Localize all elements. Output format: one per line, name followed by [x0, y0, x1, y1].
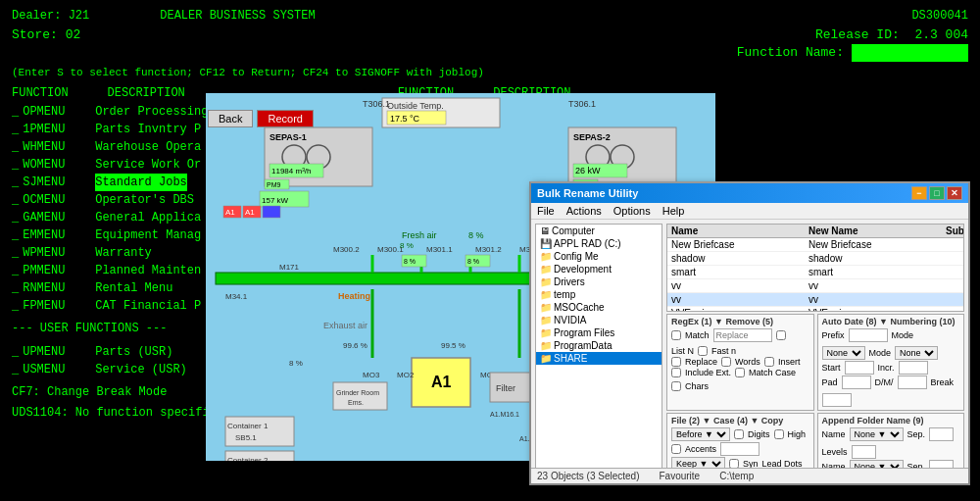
system-name: DEALER BUSINESS SYSTEM: [160, 9, 315, 23]
fastn-label: Fast n: [711, 346, 736, 356]
file-tree[interactable]: 🖥 Computer 💾 APPL RAD (C:) 📁 Config Me 📁…: [535, 224, 662, 471]
menu-item-pmmenu[interactable]: _ PMMENU Planned Mainten: [12, 262, 227, 279]
svg-text:PM9: PM9: [267, 181, 281, 188]
break-label: Break: [931, 377, 955, 387]
svg-text:T306.1: T306.1: [568, 99, 596, 109]
start-field[interactable]: [845, 361, 874, 375]
pad-field[interactable]: [842, 376, 871, 389]
file-sub: [946, 267, 964, 277]
prefix-field[interactable]: [849, 328, 888, 342]
menu-item-ocmenu[interactable]: _ OCMENU Operator's DBS: [12, 191, 227, 209]
sep-field[interactable]: [929, 427, 954, 441]
chars-label: Chars: [685, 381, 709, 391]
tree-temp[interactable]: 📁 temp: [536, 288, 662, 301]
menu-options[interactable]: Options: [613, 205, 651, 217]
include-ext-checkbox[interactable]: [671, 368, 681, 377]
high-checkbox[interactable]: [774, 429, 784, 439]
tree-programdata[interactable]: 📁 ProgramData: [536, 339, 662, 352]
file-row-smart[interactable]: smart smart File Folder 20/08: [667, 266, 963, 279]
file-list[interactable]: Name New Name Sub Type Size Create New B…: [666, 224, 964, 312]
menu-item-sjmenu[interactable]: _ SJMENU Standard Jobs: [12, 174, 227, 191]
record-button[interactable]: Record: [257, 110, 313, 127]
svg-text:A1: A1: [225, 208, 235, 217]
file-newname: vv: [808, 280, 946, 291]
auto-date-title: Auto Date (8) ▼ Numbering (10): [822, 317, 960, 326]
before-select[interactable]: Before ▼: [671, 427, 730, 441]
col1-func-header: FUNCTION: [12, 85, 69, 102]
file-row-vv2[interactable]: vv vv File Folder 8/07: [667, 293, 963, 307]
tree-development[interactable]: 📁 Development: [536, 263, 662, 276]
append-folder-title: Append Folder Name (9): [822, 416, 960, 426]
dm-field[interactable]: [898, 376, 927, 389]
tree-programfiles[interactable]: 📁 Program Files: [536, 326, 662, 339]
file-row-vv1[interactable]: vv vv DM/ 19/02: [667, 279, 963, 293]
replace-field[interactable]: [713, 328, 772, 342]
function-name-line: Function Name:: [12, 44, 968, 62]
words-checkbox[interactable]: [721, 357, 731, 367]
file-name: smart: [671, 267, 808, 277]
menu-item-gamenu[interactable]: _ GAMENU General Applica: [12, 209, 227, 226]
tree-nvidia[interactable]: 📁 NVIDIA: [536, 314, 662, 326]
accents-checkbox[interactable]: [671, 444, 681, 454]
menu-item-whmenu[interactable]: _ WHMENU Warehouse Opera: [12, 138, 227, 156]
svg-text:Ems.: Ems.: [348, 399, 364, 406]
tree-config[interactable]: 📁 Config Me: [536, 250, 662, 263]
svg-text:26 kW: 26 kW: [575, 166, 601, 175]
tree-msocache[interactable]: 📁 MSOCache: [536, 301, 662, 314]
auto-date-row3: Pad D/M/ Break: [822, 376, 960, 407]
status-bar: 23 Objects (3 Selected) Favourite C:\tem…: [666, 468, 964, 471]
chars-checkbox[interactable]: [671, 381, 681, 391]
file-row-briefcase[interactable]: New Briefcase New Briefcase Briefcase 30…: [667, 238, 963, 252]
menu-item-emmenu[interactable]: _ EMMENU Equipment Manag: [12, 226, 227, 244]
svg-text:Fresh air: Fresh air: [402, 230, 437, 240]
menu-item-opmenu[interactable]: _ OPMENU Order Processing: [12, 103, 227, 121]
file-sub: [946, 280, 964, 291]
file-row-vvengine[interactable]: VVEngine VVEngine File Folder 20/02: [667, 307, 963, 312]
digits-checkbox[interactable]: [734, 429, 744, 439]
tree-share[interactable]: 📁 SHARE: [536, 352, 662, 365]
folder-icon-share: 📁: [540, 353, 552, 364]
file-row-shadow[interactable]: shadow shadow File Folder 21/02: [667, 252, 963, 266]
menu-help[interactable]: Help: [662, 205, 685, 217]
back-button[interactable]: Back: [208, 110, 253, 127]
menu-item-fpmenu[interactable]: _ FPMENU CAT Financial P: [12, 297, 227, 315]
file-newname: vv: [808, 294, 946, 305]
function-name-box[interactable]: [852, 44, 968, 62]
menu-item-womenu[interactable]: _ WOMENU Service Work Or: [12, 156, 227, 174]
svg-text:8 %: 8 %: [468, 230, 484, 240]
menu-actions[interactable]: Actions: [566, 205, 602, 217]
mode-select[interactable]: None: [822, 346, 865, 360]
replace-checkbox[interactable]: [671, 357, 681, 367]
maximize-button[interactable]: □: [929, 186, 945, 200]
auto-date-panel: Auto Date (8) ▼ Numbering (10) Prefix Mo…: [817, 314, 965, 411]
dealer-value: J21: [69, 9, 90, 23]
matchcase-checkbox[interactable]: [735, 368, 745, 377]
menu-item-wpmenu[interactable]: _ WPMENU Warranty: [12, 244, 227, 262]
incr-field[interactable]: [899, 361, 928, 375]
minimize-button[interactable]: −: [911, 186, 927, 200]
tree-drive-c[interactable]: 💾 APPL RAD (C:): [536, 237, 662, 250]
svg-text:11984 m³/h: 11984 m³/h: [271, 167, 311, 175]
insert-checkbox[interactable]: [764, 357, 774, 367]
svg-text:157 kW: 157 kW: [262, 196, 289, 205]
file-sub: [946, 239, 964, 250]
svg-text:Exhaust air: Exhaust air: [323, 321, 368, 330]
menu-item-rnmenu[interactable]: _ RNMENU Rental Menu: [12, 279, 227, 297]
menu-item-1pmenu[interactable]: _ 1PMENU Parts Invntry P: [12, 121, 227, 138]
folder-icon-config: 📁: [540, 251, 552, 262]
file-name: vv: [671, 294, 808, 305]
list-checkbox[interactable]: [776, 330, 786, 340]
mode2-select[interactable]: None: [895, 346, 938, 360]
close-button[interactable]: ✕: [947, 186, 962, 200]
name-none-select[interactable]: None ▼: [850, 427, 904, 441]
menu-file[interactable]: File: [537, 205, 555, 217]
match-checkbox[interactable]: [671, 330, 681, 340]
tree-computer[interactable]: 🖥 Computer: [536, 225, 662, 237]
append-folder-panel: Append Folder Name (9) Name None ▼ Sep. …: [817, 413, 965, 471]
svg-text:Filter: Filter: [496, 383, 515, 393]
break-field[interactable]: [822, 393, 852, 407]
accents-field[interactable]: [720, 442, 760, 456]
fastn-checkbox[interactable]: [698, 346, 708, 356]
levels-field[interactable]: [852, 445, 876, 459]
tree-drivers[interactable]: 📁 Drivers: [536, 276, 662, 288]
